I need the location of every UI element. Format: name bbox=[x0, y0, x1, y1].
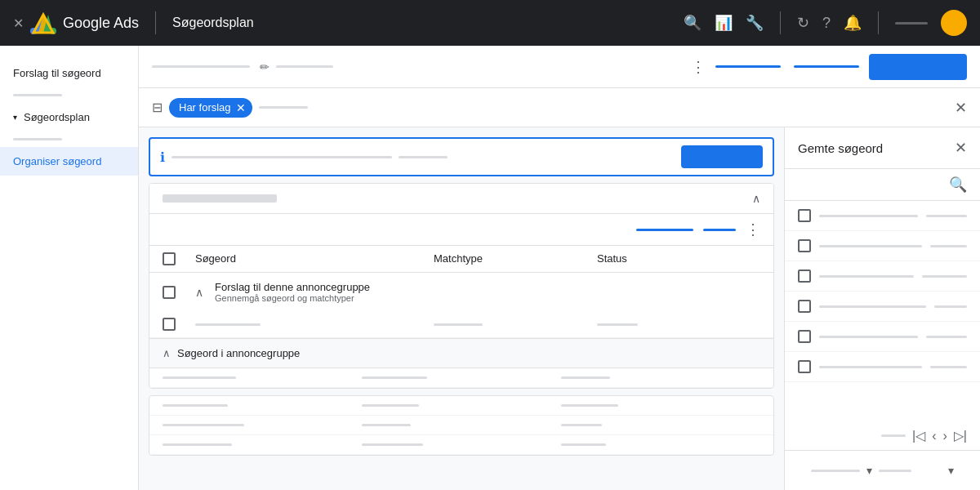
filter-chip[interactable]: Har forslag ✕ bbox=[169, 98, 252, 118]
list-item bbox=[785, 201, 980, 231]
sidebar-item-label: Forslag til søgeord bbox=[13, 67, 101, 79]
data-bar-2 bbox=[362, 404, 419, 407]
pagination-first-button[interactable]: |◁ bbox=[912, 428, 925, 443]
proposal-subtitle: Gennemgå søgeord og matchtyper bbox=[215, 293, 760, 303]
list-item-checkbox[interactable] bbox=[798, 330, 811, 343]
header-separator bbox=[780, 11, 781, 34]
row-checkbox[interactable] bbox=[163, 318, 176, 331]
list-item-meta-bar bbox=[934, 305, 967, 308]
bell-icon[interactable]: 🔔 bbox=[844, 14, 862, 32]
sidebar: Forslag til søgeord ▾ Søgeordsplan Organ… bbox=[0, 46, 139, 490]
col-header-matchtype: Matchtype bbox=[434, 252, 597, 265]
table-row bbox=[149, 416, 773, 435]
search-icon[interactable]: 🔍 bbox=[684, 14, 702, 32]
proposal-title: Forslag til denne annoncegruppe bbox=[215, 281, 760, 293]
toolbar-primary-button[interactable] bbox=[869, 54, 967, 80]
group-chevron-icon[interactable]: ∧ bbox=[752, 192, 760, 205]
proposal-chevron-icon[interactable]: ∧ bbox=[195, 286, 215, 299]
sidebar-item-organiser[interactable]: Organiser søgeord bbox=[0, 147, 138, 176]
list-item-checkbox[interactable] bbox=[798, 270, 811, 283]
pagination-last-button[interactable]: ▷| bbox=[954, 428, 967, 443]
chart-icon[interactable]: 📊 bbox=[715, 14, 733, 32]
item-status-bar bbox=[597, 323, 638, 326]
sidebar-item-forslag[interactable]: Forslag til søgeord bbox=[0, 59, 138, 87]
data-bar-1 bbox=[163, 443, 232, 446]
right-panel-search-icon[interactable]: 🔍 bbox=[949, 176, 967, 194]
help-icon[interactable]: ? bbox=[822, 15, 831, 32]
sidebar-item-label: Søgeordsplan bbox=[24, 111, 90, 123]
keywords-section-title: Søgeord i annoncegruppe bbox=[177, 347, 300, 359]
sidebar-item-soegeordsplan[interactable]: ▾ Søgeordsplan bbox=[0, 103, 138, 131]
keywords-chevron-icon[interactable]: ∧ bbox=[163, 347, 171, 359]
center-panel: ℹ ∧ ⋮ bbox=[139, 127, 784, 490]
proposal-text: Forslag til denne annoncegruppe Gennemgå… bbox=[215, 281, 760, 303]
table-row bbox=[149, 396, 773, 416]
list-item-checkbox[interactable] bbox=[798, 360, 811, 373]
pagination-next-button[interactable]: › bbox=[943, 429, 947, 443]
list-item-text-bar bbox=[819, 305, 926, 308]
right-panel: Gemte søgeord ✕ 🔍 bbox=[784, 127, 980, 490]
list-item bbox=[785, 352, 980, 382]
sub-header-dot-menu[interactable]: ⋮ bbox=[746, 220, 760, 238]
right-panel-close-button[interactable]: ✕ bbox=[955, 139, 967, 157]
keywords-group-header: ∧ Søgeord i annoncegruppe bbox=[149, 339, 773, 368]
list-item-text-bar bbox=[819, 336, 918, 338]
footer-row: ▾ ▾ bbox=[798, 459, 967, 482]
list-item-checkbox[interactable] bbox=[798, 209, 811, 222]
edit-icon[interactable]: ✏ bbox=[260, 60, 270, 74]
page-title: Søgeordsplan bbox=[172, 16, 674, 30]
table-row bbox=[149, 311, 773, 338]
footer-chevron-icon[interactable]: ▾ bbox=[866, 464, 872, 477]
filter-close-button[interactable]: ✕ bbox=[955, 99, 967, 117]
pagination-info-bar bbox=[881, 434, 906, 437]
table-group-header: ∧ bbox=[149, 184, 773, 214]
right-panel-header: Gemte søgeord ✕ bbox=[785, 127, 980, 169]
list-item bbox=[785, 231, 980, 261]
filter-chip-close[interactable]: ✕ bbox=[236, 101, 246, 114]
footer-more-chevron-icon[interactable]: ▾ bbox=[948, 464, 954, 477]
right-panel-search: 🔍 bbox=[785, 169, 980, 201]
table-row bbox=[149, 435, 773, 455]
filter-bar: ⊟ Har forslag ✕ ✕ bbox=[139, 88, 980, 127]
tool-icon[interactable]: 🔧 bbox=[746, 14, 764, 32]
layout: Forslag til søgeord ▾ Søgeordsplan Organ… bbox=[0, 46, 980, 490]
col-header-status: Status bbox=[597, 252, 760, 265]
three-dot-menu[interactable]: ⋮ bbox=[691, 58, 706, 76]
toolbar-link-bar bbox=[715, 65, 781, 68]
pagination-prev-button[interactable]: ‹ bbox=[932, 429, 936, 443]
data-bar-3 bbox=[561, 424, 602, 426]
item-keyword-bar bbox=[195, 323, 261, 326]
table-card: ∧ ⋮ Søgeord Matchtype bbox=[149, 183, 774, 389]
table-sub-header: ⋮ bbox=[149, 214, 773, 246]
list-item-meta-bar bbox=[930, 366, 967, 368]
avatar[interactable] bbox=[941, 10, 967, 36]
refresh-icon[interactable]: ↻ bbox=[797, 14, 809, 32]
proposal-section: ∧ Forslag til denne annoncegruppe Gennem… bbox=[149, 273, 773, 339]
list-item-text-bar bbox=[819, 366, 922, 368]
toolbar-subtitle-bar bbox=[276, 65, 333, 68]
close-button[interactable]: ✕ bbox=[13, 16, 24, 31]
data-bar-1 bbox=[163, 424, 244, 426]
header-logo: ✕ Google Ads bbox=[13, 10, 139, 36]
list-item bbox=[785, 292, 980, 322]
header-separator-2 bbox=[878, 11, 879, 34]
select-all-checkbox[interactable] bbox=[163, 252, 176, 265]
list-item bbox=[785, 322, 980, 352]
filter-bar-text bbox=[259, 106, 308, 109]
data-card-2 bbox=[149, 395, 774, 456]
header-icons: 🔍 📊 🔧 ↻ ? 🔔 bbox=[684, 10, 967, 36]
table-row bbox=[149, 368, 773, 388]
data-bar-1 bbox=[163, 376, 236, 379]
account-bar bbox=[895, 22, 928, 24]
proposal-checkbox[interactable] bbox=[163, 286, 176, 299]
footer-bar-1 bbox=[811, 470, 860, 472]
toolbar: ✏ ⋮ bbox=[139, 46, 980, 88]
sidebar-divider bbox=[13, 94, 62, 96]
search-button[interactable] bbox=[681, 145, 763, 168]
search-box: ℹ bbox=[149, 137, 774, 176]
list-item-checkbox[interactable] bbox=[798, 300, 811, 313]
list-item-text-bar bbox=[819, 245, 922, 247]
list-item-checkbox[interactable] bbox=[798, 239, 811, 252]
sidebar-item-label: Organiser søgeord bbox=[13, 155, 101, 167]
list-item-meta-bar bbox=[926, 215, 967, 217]
